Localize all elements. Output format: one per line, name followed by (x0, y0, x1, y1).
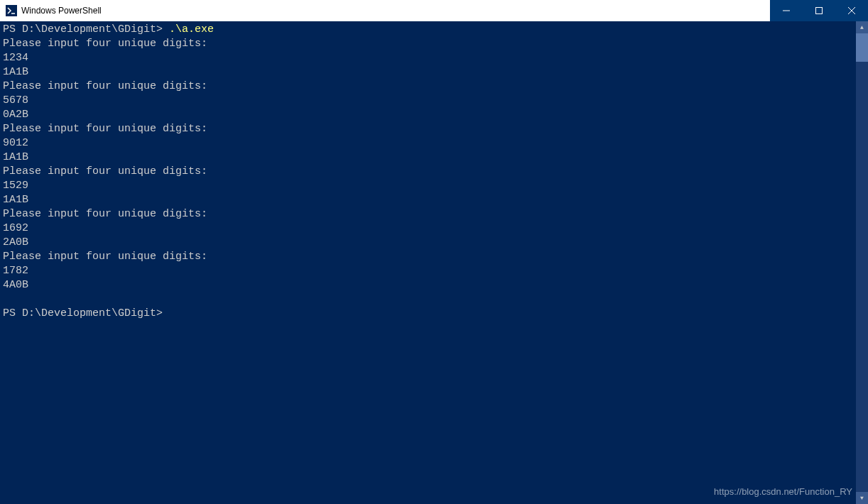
minimize-button[interactable] (770, 0, 803, 21)
output-line: 5678 (3, 94, 28, 106)
output-line: 1692 (3, 222, 28, 234)
window-title: Windows PowerShell (21, 6, 102, 16)
close-button[interactable] (835, 0, 868, 21)
window-controls (770, 0, 868, 21)
command-text: .\a.exe (169, 23, 214, 35)
output-line: 1A1B (3, 66, 28, 78)
output-line: 0A2B (3, 109, 28, 121)
svg-rect-2 (816, 8, 823, 14)
output-line: Please input four unique digits: (3, 251, 207, 263)
output-line: Please input four unique digits: (3, 165, 207, 177)
scroll-thumb[interactable] (856, 33, 868, 62)
scroll-down-button[interactable]: ▼ (856, 492, 868, 504)
terminal-area[interactable]: PS D:\Development\GDigit> .\a.exe Please… (0, 21, 868, 504)
output-line: 1A1B (3, 151, 28, 163)
output-line: Please input four unique digits: (3, 123, 207, 135)
output-line: Please input four unique digits: (3, 208, 207, 220)
titlebar[interactable]: Windows PowerShell (0, 0, 868, 21)
prompt-line: PS D:\Development\GDigit> .\a.exe (3, 23, 214, 35)
powershell-icon (6, 5, 17, 16)
scroll-up-button[interactable]: ▲ (856, 21, 868, 33)
output-line: 1529 (3, 180, 28, 192)
output-line: 4A0B (3, 279, 28, 291)
output-line: 9012 (3, 137, 28, 149)
output-line: 1234 (3, 52, 28, 64)
output-line: Please input four unique digits: (3, 80, 207, 92)
scrollbar[interactable]: ▲ ▼ (856, 21, 868, 504)
prompt-line-idle: PS D:\Development\GDigit> (3, 307, 169, 319)
maximize-button[interactable] (803, 0, 835, 21)
output-line: 2A0B (3, 236, 28, 248)
watermark: https://blog.csdn.net/Function_RY (714, 486, 852, 497)
output-line: Please input four unique digits: (3, 38, 207, 50)
output-line: 1782 (3, 265, 28, 277)
output-line: 1A1B (3, 194, 28, 206)
prompt-text: PS D:\Development\GDigit> (3, 23, 169, 35)
